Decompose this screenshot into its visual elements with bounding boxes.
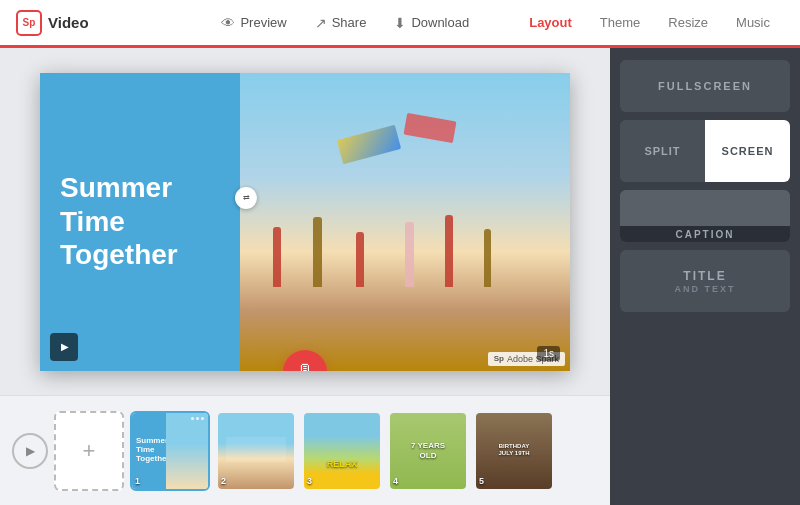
slide-number-1: 1	[135, 476, 140, 486]
slide-options[interactable]	[191, 417, 204, 420]
slide-number-5: 5	[479, 476, 484, 486]
add-slide-button[interactable]: +	[54, 411, 124, 491]
video-title: Summer Time Together	[60, 171, 220, 272]
download-label: Download	[411, 15, 469, 30]
beach-scene	[240, 73, 570, 371]
play-button[interactable]	[50, 333, 78, 361]
share-button[interactable]: ↗ Share	[301, 9, 381, 37]
header-nav: Layout Theme Resize Music	[515, 9, 784, 36]
video-right-panel: Sp Adobe Spark	[240, 73, 570, 371]
preview-label: Preview	[240, 15, 286, 30]
slide-thumb-1[interactable]: Summer Time Together 1	[130, 411, 210, 491]
layout-caption-option[interactable]: CAPTION	[620, 190, 790, 242]
split-label: SPLIT	[620, 120, 705, 182]
fullscreen-label: FULLSCREEN	[658, 80, 752, 92]
split-inner: SPLIT SCREEN	[620, 120, 790, 182]
slide-thumb-5[interactable]: BIRTHDAYJULY 19TH 5	[474, 411, 554, 491]
logo-badge: Sp	[16, 10, 42, 36]
layout-title-text-option[interactable]: TITLE AND TEXT	[620, 250, 790, 312]
nav-item-layout[interactable]: Layout	[515, 9, 586, 36]
slide-5-text: BIRTHDAYJULY 19TH	[498, 443, 529, 459]
slide-number-2: 2	[221, 476, 226, 486]
video-left-panel: Summer Time Together	[40, 73, 240, 371]
header: Sp Video 👁 Preview ↗ Share ⬇ Download La…	[0, 0, 800, 48]
share-label: Share	[332, 15, 367, 30]
nav-item-theme[interactable]: Theme	[586, 9, 654, 36]
download-icon: ⬇	[394, 15, 406, 31]
slide-3-text: RELAX	[304, 459, 380, 469]
slide-number-4: 4	[393, 476, 398, 486]
microphone-icon: 🎙	[296, 361, 314, 371]
title-line: TITLE	[683, 268, 726, 285]
layout-fullscreen-option[interactable]: FULLSCREEN	[620, 60, 790, 112]
text-line: AND TEXT	[675, 284, 736, 294]
slide-thumb-3[interactable]: RELAX 3	[302, 411, 382, 491]
slide-thumb-4[interactable]: 7 YEARSOLD 4	[388, 411, 468, 491]
app-title: Video	[48, 14, 89, 31]
header-actions: 👁 Preview ↗ Share ⬇ Download	[207, 9, 483, 37]
layout-split-option[interactable]: SPLIT SCREEN	[620, 120, 790, 182]
download-button[interactable]: ⬇ Download	[380, 9, 483, 37]
slide-number-3: 3	[307, 476, 312, 486]
right-panel: FULLSCREEN SPLIT SCREEN CAPTION TITLE AN…	[610, 48, 800, 505]
time-badge: 1s	[537, 346, 560, 361]
eye-icon: 👁	[221, 15, 235, 31]
swap-icon: ⇄	[243, 193, 250, 202]
caption-bottom-label: CAPTION	[620, 226, 790, 242]
filmstrip-play-button[interactable]: ▶	[12, 433, 48, 469]
slide-thumb-2[interactable]: 2	[216, 411, 296, 491]
filmstrip: ▶ + Summer Time Together 1	[0, 395, 610, 505]
convert-layout-button[interactable]: ⇄	[235, 187, 257, 209]
share-icon: ↗	[315, 15, 327, 31]
canvas-container: Summer Time Together	[0, 48, 610, 395]
nav-item-music[interactable]: Music	[722, 9, 784, 36]
preview-button[interactable]: 👁 Preview	[207, 9, 300, 37]
slide-4-text: 7 YEARSOLD	[411, 440, 445, 461]
screen-label: SCREEN	[705, 120, 790, 182]
main-area: Summer Time Together	[0, 48, 800, 505]
nav-item-resize[interactable]: Resize	[654, 9, 722, 36]
video-canvas: Summer Time Together	[40, 73, 570, 371]
caption-top	[620, 190, 790, 226]
editor-area: Summer Time Together	[0, 48, 610, 505]
app-logo: Sp Video	[16, 10, 89, 36]
